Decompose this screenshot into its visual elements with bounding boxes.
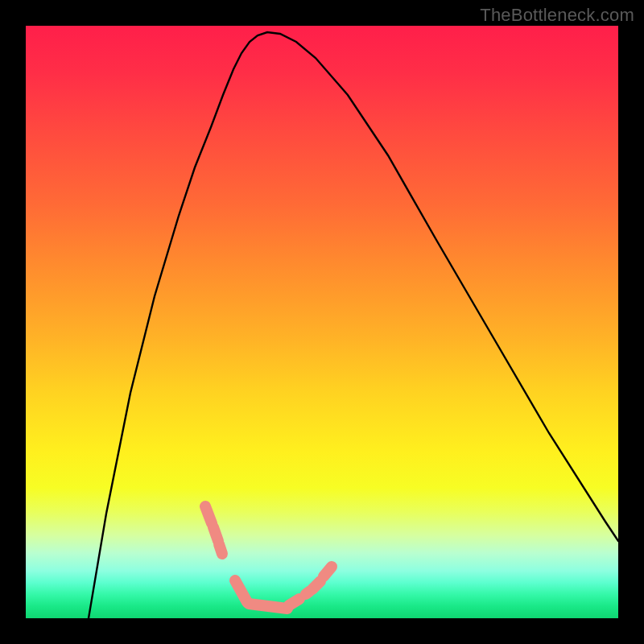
salmon-segment	[249, 604, 287, 609]
salmon-segment	[324, 567, 332, 576]
salmon-segment	[289, 599, 299, 605]
salmon-segment	[306, 592, 309, 594]
salmon-segment	[205, 506, 212, 523]
plot-area	[26, 26, 618, 618]
salmon-decorations	[205, 506, 332, 609]
salmon-segment	[312, 581, 320, 589]
salmon-segment	[235, 580, 247, 602]
bottleneck-curve	[89, 32, 618, 618]
chart-frame: TheBottleneck.com	[0, 0, 644, 644]
salmon-segment	[219, 544, 222, 554]
curve-layer	[26, 26, 618, 618]
watermark-text: TheBottleneck.com	[480, 5, 634, 26]
